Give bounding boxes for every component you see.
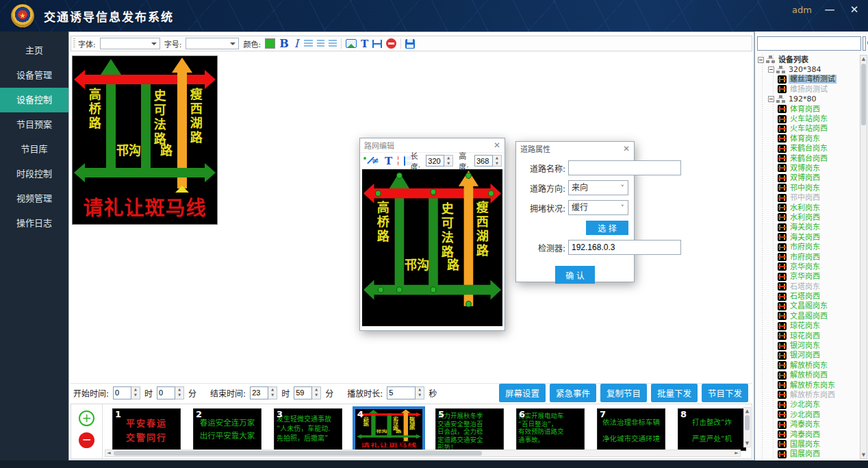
insert-text-button[interactable]: T bbox=[385, 155, 392, 167]
save-button[interactable] bbox=[404, 156, 405, 166]
spacing-button[interactable] bbox=[372, 40, 382, 48]
device-tree-node[interactable]: 维扬岗测试 bbox=[756, 84, 859, 94]
playlist-item[interactable]: 3 发生轻微交通事故 “人未伤，车能动. 先拍照，后撤离” bbox=[274, 408, 342, 451]
detector-input[interactable] bbox=[568, 240, 681, 255]
align-center-button[interactable] bbox=[317, 40, 324, 47]
insert-text-button[interactable]: T bbox=[361, 38, 368, 50]
congestion-select[interactable]: 缓行 bbox=[568, 200, 628, 215]
delete-button[interactable] bbox=[386, 38, 396, 49]
tree-expander-icon[interactable] bbox=[768, 96, 774, 102]
road-direction-select[interactable]: 来向 bbox=[568, 180, 628, 195]
action-button[interactable]: 节目下发 bbox=[702, 384, 748, 402]
close-icon[interactable]: ✕ bbox=[847, 3, 861, 16]
sidebar-item[interactable]: 设备控制 bbox=[0, 88, 68, 112]
device-tree-node[interactable]: 解放桥东岗西 bbox=[756, 390, 859, 399]
confirm-button[interactable]: 确 认 bbox=[555, 266, 595, 284]
device-tree-node[interactable]: 解放桥东岗东 bbox=[756, 380, 859, 390]
align-right-button[interactable] bbox=[329, 40, 337, 47]
playlist-item[interactable]: 2 春运安全连万家 出行平安靠大家 bbox=[193, 408, 261, 451]
duration-stepper[interactable]: ▲▼ bbox=[387, 386, 424, 399]
start-minute-input[interactable] bbox=[157, 386, 175, 399]
device-tree-node[interactable]: 火车站岗东 bbox=[756, 114, 859, 123]
device-tree-node[interactable]: 石塔岗西 bbox=[756, 291, 859, 301]
road-editor-canvas[interactable]: 高桥路 史可法路 瘦西湖路 邗沟 路 bbox=[362, 169, 502, 326]
action-button[interactable]: 紧急事件 bbox=[550, 384, 596, 402]
align-left-button[interactable] bbox=[304, 40, 313, 47]
device-tree-node[interactable]: 银河岗东 bbox=[756, 341, 859, 350]
bold-button[interactable]: B bbox=[279, 37, 289, 50]
close-icon[interactable]: ✕ bbox=[494, 140, 500, 150]
device-search-input[interactable] bbox=[757, 36, 861, 51]
playlist-item[interactable]: 6 扎实开展电动车 “百日整治”， 有效预防道路交 通事故。 bbox=[516, 408, 585, 451]
playlist-vertical-scrollbar[interactable]: ▲ ▼ bbox=[743, 407, 751, 447]
sidebar-item[interactable]: 操作日志 bbox=[0, 211, 68, 236]
device-tree-node[interactable]: 京华岗西 bbox=[756, 272, 859, 282]
device-tree-node[interactable]: 文昌阁岗东 bbox=[756, 301, 859, 311]
playlist-item[interactable]: 8 打击整改“炸 严查严处“机 bbox=[678, 408, 746, 451]
device-tree-node[interactable]: 火车站岗西 bbox=[756, 124, 859, 134]
device-tree-node[interactable]: 鸿泰岗东 bbox=[756, 419, 859, 429]
save-button[interactable] bbox=[405, 39, 415, 49]
device-tree-node[interactable]: 320*384 bbox=[756, 64, 859, 74]
tree-expander-icon[interactable] bbox=[758, 57, 764, 63]
end-hour-input[interactable] bbox=[250, 386, 268, 399]
sidebar-item[interactable]: 节目库 bbox=[0, 137, 68, 162]
minimize-icon[interactable]: — bbox=[823, 3, 837, 16]
device-tree-node[interactable]: 来鹤台岗东 bbox=[756, 144, 859, 153]
device-tree-node[interactable]: 海关岗西 bbox=[756, 232, 859, 242]
sidebar-item[interactable]: 节目预案 bbox=[0, 112, 68, 137]
sidebar-item[interactable]: 设备管理 bbox=[0, 63, 68, 88]
draw-road-button[interactable] bbox=[366, 156, 366, 165]
logged-in-user[interactable]: adm bbox=[792, 5, 812, 15]
select-detector-button[interactable]: 选 择 bbox=[586, 221, 628, 235]
length-stepper[interactable]: ▲▼ bbox=[426, 155, 453, 167]
remove-program-button[interactable]: − bbox=[79, 432, 94, 448]
font-size-select[interactable] bbox=[186, 38, 239, 49]
device-tree-node[interactable]: 国展岗西 bbox=[756, 449, 859, 459]
device-tree-node[interactable]: 邗中岗东 bbox=[756, 183, 859, 193]
start-hour-stepper[interactable]: ▲▼ bbox=[113, 386, 140, 399]
insert-image-button[interactable] bbox=[346, 39, 357, 48]
device-tree-node[interactable]: 设备列表 bbox=[756, 55, 859, 64]
device-tree-node[interactable]: 石塔岗东 bbox=[756, 282, 859, 291]
delete-button[interactable] bbox=[398, 156, 398, 166]
device-tree-node[interactable]: 海关岗东 bbox=[756, 223, 859, 232]
scrollbar-thumb[interactable] bbox=[745, 415, 750, 430]
device-tree-node[interactable]: 体育岗东 bbox=[756, 134, 859, 143]
search-button[interactable] bbox=[863, 36, 866, 51]
device-tree-node[interactable]: 市府岗西 bbox=[756, 252, 859, 262]
add-program-button[interactable]: + bbox=[79, 410, 94, 426]
color-swatch[interactable] bbox=[265, 38, 275, 49]
toolbar-drag-handle[interactable] bbox=[73, 38, 75, 49]
device-tree-node[interactable]: 琼花岗西 bbox=[756, 331, 859, 341]
device-tree-node[interactable]: 鸿泰岗西 bbox=[756, 430, 859, 439]
led-screen-preview[interactable]: 高桥路 史可法路 瘦西湖路 邗沟 路 请礼让斑马线 bbox=[73, 56, 217, 224]
device-tree-scrollbar[interactable]: ▲ ▼ bbox=[860, 55, 867, 459]
device-tree-node[interactable]: 双博岗东 bbox=[756, 163, 859, 173]
action-button[interactable]: 复制节目 bbox=[600, 384, 647, 402]
playlist-item-selected[interactable]: 4 bbox=[355, 408, 423, 451]
close-icon[interactable]: ✕ bbox=[623, 144, 630, 153]
sidebar-item[interactable]: 视频管理 bbox=[0, 186, 68, 211]
end-minute-stepper[interactable]: ▲▼ bbox=[294, 386, 321, 399]
end-minute-input[interactable] bbox=[294, 386, 312, 399]
end-hour-stepper[interactable]: ▲▼ bbox=[250, 386, 277, 399]
sidebar-item[interactable]: 时段控制 bbox=[0, 162, 68, 186]
height-input[interactable] bbox=[474, 155, 493, 167]
duration-input[interactable] bbox=[387, 386, 416, 399]
italic-button[interactable]: I bbox=[293, 37, 300, 50]
playlist-item[interactable]: 7 依法治理非标车辆 净化城市交通环境 bbox=[597, 408, 665, 451]
device-tree-node[interactable]: 沙北岗西 bbox=[756, 410, 859, 419]
device-tree-node[interactable]: 邗中岗西 bbox=[756, 193, 859, 202]
device-tree-node[interactable]: 192*80 bbox=[756, 95, 859, 104]
height-stepper[interactable]: ▲▼ bbox=[474, 155, 502, 167]
action-button[interactable]: 屏幕设置 bbox=[499, 384, 546, 402]
playlist-item[interactable]: 5 大力开展秋冬季 交通安全整治百 日会战，全力稳 定道路交通安全 形势！ bbox=[435, 408, 504, 451]
action-button[interactable]: 批量下发 bbox=[651, 384, 698, 402]
length-input[interactable] bbox=[426, 155, 444, 167]
device-tree-node[interactable]: 解放桥岗东 bbox=[756, 360, 859, 370]
device-tree-node[interactable]: 来鹤台岗西 bbox=[756, 153, 859, 163]
device-tree-node[interactable]: 银河岗西 bbox=[756, 351, 859, 360]
font-select[interactable] bbox=[100, 38, 160, 49]
device-tree-node[interactable]: 解放桥岗西 bbox=[756, 371, 859, 380]
